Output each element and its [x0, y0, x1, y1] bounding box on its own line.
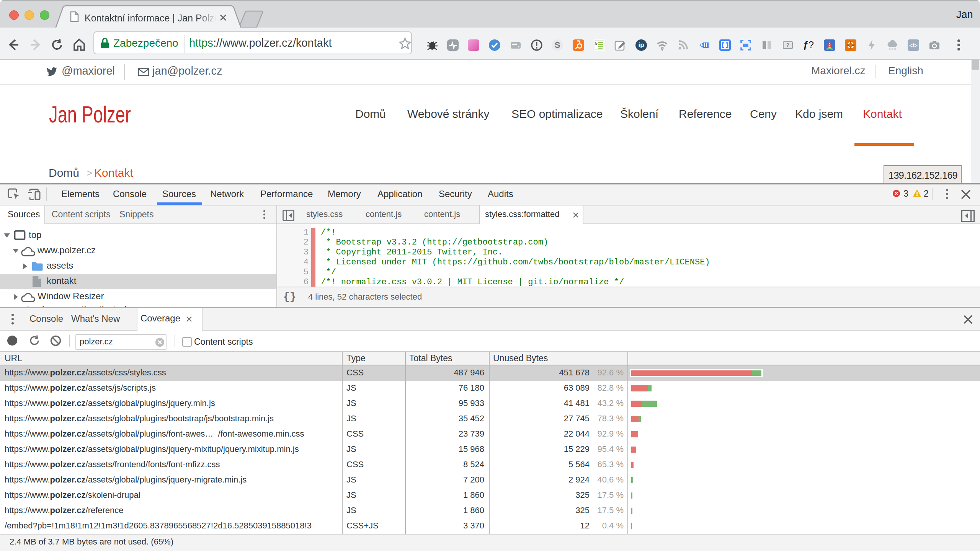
svg-text:?: ? [786, 42, 790, 48]
svg-text:5: 5 [595, 41, 598, 46]
